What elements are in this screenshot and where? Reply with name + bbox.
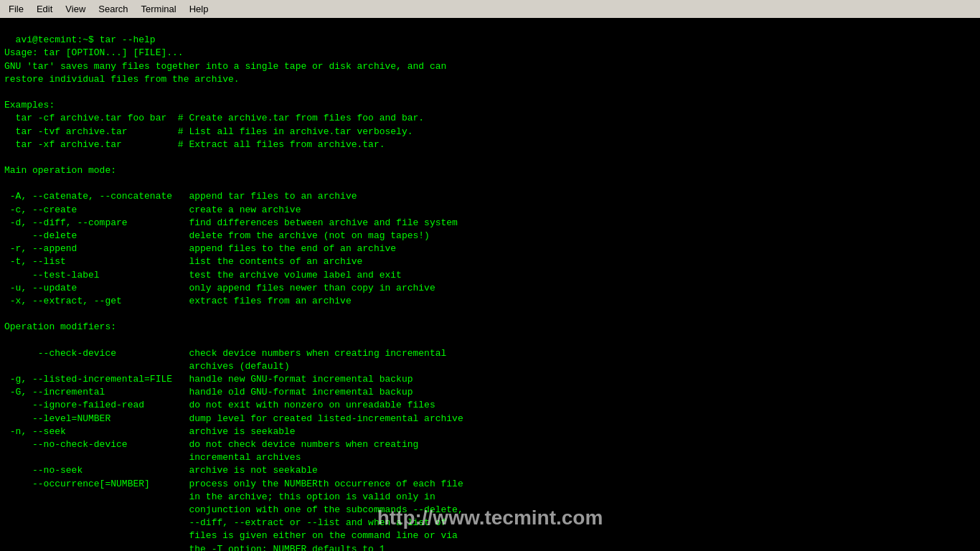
menu-help[interactable]: Help [184,2,215,16]
menu-edit[interactable]: Edit [31,2,58,16]
terminal-output: avi@tecmint:~$ tar --help Usage: tar [OP… [0,18,980,551]
menubar: File Edit View Search Terminal Help [0,0,980,18]
terminal-text: avi@tecmint:~$ tar --help Usage: tar [OP… [4,34,463,551]
menu-search[interactable]: Search [93,2,133,16]
menu-terminal[interactable]: Terminal [136,2,182,16]
menu-view[interactable]: View [60,2,91,16]
menu-file[interactable]: File [3,2,29,16]
